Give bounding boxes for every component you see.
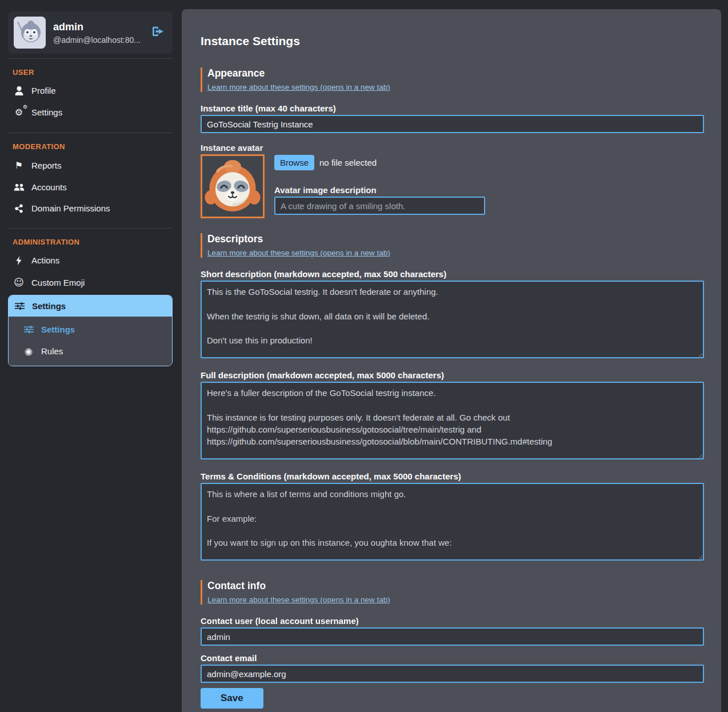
- sidebar-item-label: Settings: [31, 107, 62, 117]
- section-label-user: USER: [8, 62, 173, 80]
- contact-email-label: Contact email: [201, 653, 704, 663]
- section-label-moderation: MODERATION: [8, 137, 173, 154]
- instance-avatar-label: Instance avatar: [201, 143, 704, 153]
- appearance-heading: Appearance: [207, 67, 704, 79]
- full-description-field: Full description (markdown accepted, max…: [201, 370, 704, 462]
- full-description-label: Full description (markdown accepted, max…: [201, 370, 704, 380]
- user-name: admin: [53, 19, 141, 34]
- sliders-icon: [22, 325, 35, 334]
- short-description-label: Short description (markdown accepted, ma…: [201, 269, 704, 279]
- instance-settings-panel: Instance Settings Appearance Learn more …: [182, 9, 721, 712]
- sidebar: admin @admin@localhost:80... USER Profil…: [8, 9, 173, 371]
- sidebar-section-moderation: MODERATION ⚑ Reports Accounts: [8, 133, 173, 223]
- instance-title-input[interactable]: [201, 115, 704, 133]
- contact-learn-more-link[interactable]: Learn more about these settings (opens i…: [207, 595, 390, 604]
- submenu-item-rules[interactable]: ◉ Rules: [9, 340, 172, 362]
- contact-heading: Contact info: [207, 580, 704, 592]
- section-label-administration: ADMINISTRATION: [8, 232, 173, 250]
- instance-avatar-field: Instance avatar: [201, 143, 704, 218]
- flag-icon: ⚑: [13, 160, 25, 171]
- sidebar-item-label: Settings: [32, 301, 66, 311]
- users-icon: [13, 183, 25, 191]
- save-button[interactable]: Save: [201, 688, 263, 709]
- contact-user-field: Contact user (local account username): [201, 616, 704, 646]
- submenu-item-label: Settings: [41, 325, 75, 334]
- sidebar-item-profile[interactable]: Profile: [8, 80, 173, 101]
- bolt-icon: [13, 256, 25, 265]
- sidebar-item-label: Domain Permissions: [31, 203, 110, 213]
- sidebar-section-user: USER Profile ⚙⚙ Settings: [8, 58, 173, 128]
- sidebar-item-accounts[interactable]: Accounts: [8, 177, 173, 198]
- sliders-icon: [13, 302, 26, 310]
- sidebar-item-admin-settings[interactable]: Settings: [9, 295, 172, 317]
- instance-title-field: Instance title (max 40 characters): [201, 103, 704, 133]
- short-description-field: Short description (markdown accepted, ma…: [201, 269, 704, 361]
- instance-title-label: Instance title (max 40 characters): [201, 103, 704, 113]
- avatar-description-input[interactable]: [274, 197, 485, 215]
- short-description-textarea[interactable]: This is the GoToSocial testrig. It doesn…: [201, 281, 704, 358]
- user-avatar: [14, 17, 46, 49]
- sidebar-item-label: Actions: [31, 255, 59, 265]
- contact-email-field: Contact email: [201, 653, 704, 683]
- full-description-textarea[interactable]: Here's a fuller description of the GoToS…: [201, 382, 704, 459]
- contact-user-input[interactable]: [201, 627, 704, 646]
- sidebar-item-reports[interactable]: ⚑ Reports: [8, 154, 173, 177]
- descriptors-learn-more-link[interactable]: Learn more about these settings (opens i…: [207, 249, 390, 257]
- contact-section-header: Contact info Learn more about these sett…: [201, 580, 704, 605]
- circle-dot-icon: ◉: [22, 346, 35, 357]
- descriptors-heading: Descriptors: [207, 233, 704, 245]
- app-layout: admin @admin@localhost:80... USER Profil…: [0, 0, 728, 712]
- share-nodes-icon: [13, 204, 25, 213]
- sidebar-item-label: Reports: [31, 161, 62, 170]
- user-icon: [13, 86, 25, 95]
- settings-submenu: Settings ◉ Rules: [9, 317, 172, 366]
- instance-avatar-image: [201, 154, 265, 218]
- sidebar-item-label: Accounts: [31, 182, 67, 192]
- terms-field: Terms & Conditions (markdown accepted, m…: [201, 471, 704, 563]
- terms-textarea[interactable]: This is where a list of terms and condit…: [201, 483, 704, 561]
- logout-button[interactable]: [152, 26, 165, 39]
- instance-avatar-row: Browse no file selected Avatar image des…: [201, 154, 704, 218]
- sidebar-item-label: Profile: [31, 86, 56, 95]
- user-handle: @admin@localhost:80...: [53, 34, 141, 46]
- sidebar-item-label: Custom Emoji: [31, 278, 85, 287]
- sidebar-item-domain-permissions[interactable]: Domain Permissions: [8, 198, 173, 219]
- sloth-avatar-orange-icon: [202, 156, 263, 217]
- descriptors-section-header: Descriptors Learn more about these setti…: [201, 233, 704, 258]
- settings-nav-group: Settings Settings ◉ Rul: [8, 295, 173, 366]
- contact-email-input[interactable]: [201, 665, 704, 683]
- submenu-item-settings[interactable]: Settings: [9, 319, 172, 340]
- no-file-selected-text: no file selected: [319, 158, 377, 167]
- submenu-item-label: Rules: [41, 346, 63, 356]
- avatar-upload-column: Browse no file selected Avatar image des…: [274, 154, 704, 218]
- gears-icon: ⚙⚙: [13, 107, 25, 118]
- page-title: Instance Settings: [201, 34, 704, 48]
- appearance-learn-more-link[interactable]: Learn more about these settings (opens i…: [207, 83, 390, 91]
- avatar-description-label: Avatar image description: [274, 185, 704, 195]
- file-picker-row: Browse no file selected: [274, 155, 704, 170]
- contact-user-label: Contact user (local account username): [201, 616, 704, 626]
- sidebar-item-actions[interactable]: Actions: [8, 250, 173, 271]
- terms-label: Terms & Conditions (markdown accepted, m…: [201, 471, 704, 481]
- sidebar-section-administration: ADMINISTRATION Actions ☺ Custom Emoji: [8, 228, 173, 371]
- sidebar-item-user-settings[interactable]: ⚙⚙ Settings: [8, 101, 173, 123]
- browse-button[interactable]: Browse: [274, 155, 314, 170]
- sidebar-item-custom-emoji[interactable]: ☺ Custom Emoji: [8, 271, 173, 294]
- smiley-icon: ☺: [13, 277, 25, 288]
- appearance-section-header: Appearance Learn more about these settin…: [201, 67, 704, 92]
- sloth-avatar-gray-icon: [14, 17, 46, 49]
- user-card[interactable]: admin @admin@localhost:80...: [8, 11, 173, 54]
- sign-out-icon: [152, 26, 165, 37]
- user-meta: admin @admin@localhost:80...: [53, 19, 141, 46]
